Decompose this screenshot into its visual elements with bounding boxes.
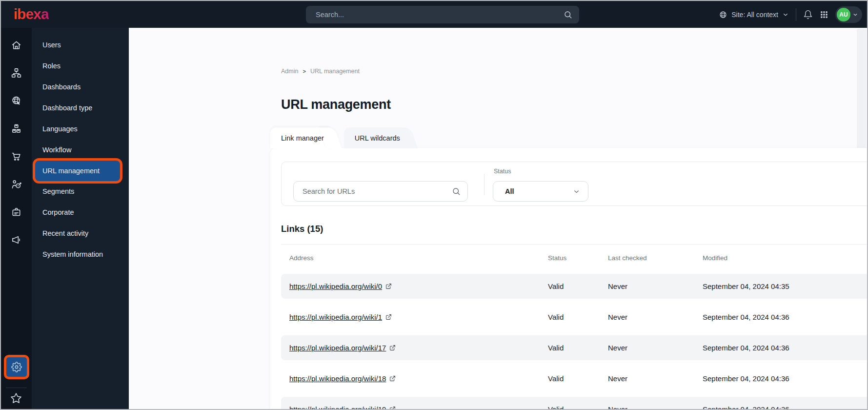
content-tree-icon[interactable] [11,67,22,79]
sidebar-item-label: Corporate [42,208,74,216]
table-header: Address Status Last checked Modified [281,244,868,271]
settings-gear-icon[interactable] [11,361,22,373]
sidebar-item-label: Dashboard type [42,104,92,112]
external-link-icon [389,375,396,382]
filter-divider [484,174,484,195]
last-checked-cell: Never [608,397,627,410]
table-row: https://pl.wikipedia.org/wiki/1 Valid Ne… [281,305,868,329]
megaphone-icon[interactable] [11,234,22,246]
site-context-label: Site: All context [731,11,778,19]
customer-badge-icon[interactable] [11,206,22,218]
modified-cell: September 04, 2024 04:35 [703,274,789,299]
highlight-box-settings[interactable] [4,355,29,379]
rail-divider [6,388,27,388]
avatar: AU [837,8,850,21]
url-link-text: https://pl.wikipedia.org/wiki/17 [289,344,386,352]
global-search[interactable] [306,6,579,23]
filter-bar: Status All [281,162,868,206]
url-link[interactable]: https://pl.wikipedia.org/wiki/19 [289,397,396,410]
app-grid-icon[interactable] [820,10,828,19]
sidebar-item-dashboards[interactable]: Dashboards [32,77,129,98]
status-label: Status [494,168,511,175]
site-globe-icon [719,10,727,19]
tab-url-wildcards[interactable]: URL wildcards [344,127,407,148]
url-link-text: https://pl.wikipedia.org/wiki/19 [289,405,386,410]
last-checked-cell: Never [608,274,627,299]
column-header-address: Address [289,254,314,262]
site-context-dropdown[interactable]: Site: All context [719,10,789,19]
app-window: ibexa Site: All context [0,0,868,410]
personalization-icon[interactable] [11,178,22,190]
sidebar-item-label: Dashboards [42,83,81,91]
sidebar-item-label: Segments [42,187,74,195]
topbar: ibexa Site: All context [1,1,867,28]
links-table: https://pl.wikipedia.org/wiki/0 Valid Ne… [281,274,868,410]
global-search-input[interactable] [315,10,564,19]
tabs: Link manager URL wildcards [270,127,420,148]
admin-sidebar: UsersRolesDashboardsDashboard typeLangua… [32,28,129,409]
table-row: https://pl.wikipedia.org/wiki/19 Valid N… [281,397,868,410]
ibexa-logo: ibexa [14,7,49,21]
sidebar-item-dashboard-type[interactable]: Dashboard type [32,98,129,119]
home-icon[interactable] [11,39,22,51]
url-link[interactable]: https://pl.wikipedia.org/wiki/1 [289,305,392,329]
sidebar-item-label: Recent activity [42,229,88,237]
chevron-down-icon [782,11,789,18]
status-cell: Valid [548,274,564,299]
status-cell: Valid [548,305,564,329]
breadcrumb-separator: > [303,68,305,74]
column-header-modified: Modified [703,254,727,262]
external-link-icon [389,345,396,351]
sidebar-item-users[interactable]: Users [32,35,129,56]
sidebar-item-languages[interactable]: Languages [32,119,129,140]
external-link-icon [389,406,396,410]
last-checked-cell: Never [608,366,627,391]
table-row: https://pl.wikipedia.org/wiki/17 Valid N… [281,335,868,360]
search-icon[interactable] [452,187,461,196]
table-row: https://pl.wikipedia.org/wiki/18 Valid N… [281,366,868,391]
sidebar-item-recent-activity[interactable]: Recent activity [32,223,129,244]
url-search-field[interactable] [293,181,468,202]
chevron-down-icon [852,12,858,18]
sidebar-item-label: System information [42,250,103,258]
product-catalog-icon[interactable] [11,123,22,134]
sidebar-item-label: URL management [42,167,100,175]
sidebar-item-label: Users [42,41,61,49]
sidebar-item-label: Workflow [42,146,71,154]
site-globe-icon[interactable] [11,95,22,106]
icon-rail [1,28,32,409]
sidebar-item-url-management-active-highlighted[interactable]: URL management [35,161,120,181]
topbar-divider [796,8,796,21]
url-link[interactable]: https://pl.wikipedia.org/wiki/0 [289,274,392,299]
tab-label: Link manager [281,134,324,142]
column-header-last-checked: Last checked [608,254,647,262]
sidebar-item-system-information[interactable]: System information [32,244,129,265]
sidebar-item-label: Roles [42,62,61,70]
status-cell: Valid [548,397,564,410]
tab-link-manager[interactable]: Link manager [270,127,331,148]
sidebar-item-segments[interactable]: Segments [32,181,129,202]
sidebar-item-label: Languages [42,125,78,133]
sidebar-menu: UsersRolesDashboardsDashboard typeLangua… [32,28,129,265]
url-link-text: https://pl.wikipedia.org/wiki/1 [289,313,382,321]
sidebar-item-corporate[interactable]: Corporate [32,202,129,223]
breadcrumb-admin[interactable]: Admin [281,68,298,75]
last-checked-cell: Never [608,305,627,329]
notifications-bell-icon[interactable] [803,10,813,20]
status-select[interactable]: All [493,181,588,202]
sidebar-item-roles[interactable]: Roles [32,56,129,77]
status-value: All [505,187,514,195]
sidebar-item-workflow[interactable]: Workflow [32,140,129,161]
status-cell: Valid [548,335,564,360]
url-link[interactable]: https://pl.wikipedia.org/wiki/18 [289,366,396,391]
url-search-input[interactable] [302,187,452,196]
external-link-icon [385,314,392,320]
breadcrumb-current: URL management [310,68,360,75]
cart-icon[interactable] [11,150,22,162]
bookmarks-star-icon[interactable] [10,392,22,404]
user-menu[interactable]: AU [835,6,862,23]
search-icon[interactable] [564,10,572,19]
last-checked-cell: Never [608,335,627,360]
status-cell: Valid [548,366,564,391]
url-link[interactable]: https://pl.wikipedia.org/wiki/17 [289,335,396,360]
